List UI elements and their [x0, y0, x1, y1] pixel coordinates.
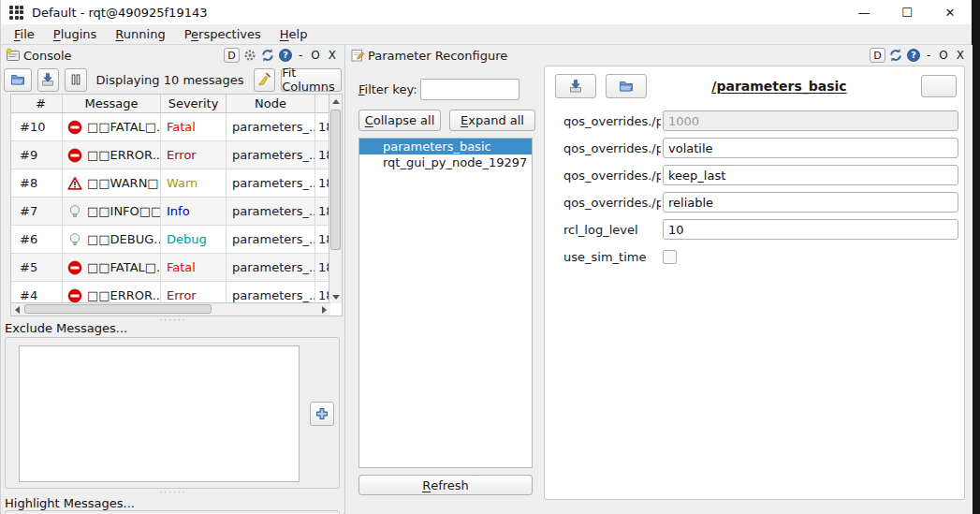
param-label: qos_overrides./pa	[563, 114, 661, 128]
scroll-down-arrow[interactable]	[329, 290, 342, 303]
cell-message: □□ERROR...	[63, 141, 161, 169]
console-icon	[6, 48, 21, 63]
node-tree: parameters_basic rqt_gui_py_node_19297	[358, 138, 533, 468]
menu-perspectives[interactable]: Perspectives	[175, 25, 271, 43]
menu-help[interactable]: Help	[271, 25, 317, 43]
table-row[interactable]: #4 □□ERROR... Error parameters_... 18	[11, 282, 330, 303]
save-icon	[40, 72, 55, 87]
dock-float-button[interactable]: O	[936, 49, 950, 62]
vertical-scrollbar[interactable]	[329, 95, 342, 303]
header-severity[interactable]: Severity	[161, 95, 227, 112]
scrollbar-thumb[interactable]	[330, 110, 341, 250]
message-count-status: Displaying 10 messages	[93, 73, 248, 87]
cell-num: #10	[11, 113, 63, 140]
broom-icon	[256, 72, 271, 87]
param-dock-title: Parameter Reconfigure	[368, 49, 507, 63]
use-sim-time-checkbox[interactable]	[663, 250, 677, 264]
filter-key-label: Filter key:	[358, 82, 420, 96]
header-num[interactable]: #	[11, 95, 63, 112]
param-value-input[interactable]	[663, 219, 958, 240]
help-icon[interactable]	[278, 48, 293, 63]
console-dock: Console D - O X Displaying 10 messages F…	[1, 45, 345, 514]
save-messages-button[interactable]	[37, 68, 60, 92]
close-node-panel-button[interactable]	[921, 75, 957, 97]
cell-node: parameters_...	[227, 113, 315, 140]
cell-message: □□FATAL□...	[63, 254, 161, 281]
expand-all-button[interactable]: Expand all	[449, 110, 535, 131]
maximize-button[interactable]: ☐	[885, 0, 929, 24]
load-params-button[interactable]	[606, 74, 647, 98]
param-row: use_sim_time	[563, 246, 964, 267]
header-message[interactable]: Message	[63, 95, 161, 112]
scrollbar-thumb[interactable]	[24, 304, 212, 314]
menu-file[interactable]: File	[5, 25, 44, 43]
dock-detach-button[interactable]: D	[224, 48, 240, 63]
exclude-messages-group	[5, 337, 340, 489]
cell-node: parameters_...	[227, 282, 315, 303]
scroll-left-arrow[interactable]	[15, 306, 20, 314]
parameter-reconfigure-dock: Parameter Reconfigure D - O X Filter key…	[345, 45, 973, 514]
settings-gear-icon[interactable]	[242, 48, 257, 63]
tree-item-rqt-gui-py-node[interactable]: rqt_gui_py_node_19297	[359, 154, 532, 170]
message-text: □□INFO□□...	[87, 204, 161, 218]
exclude-messages-label: Exclude Messages...	[1, 319, 344, 336]
folder-open-icon	[10, 72, 25, 87]
pause-icon	[68, 72, 83, 87]
param-value-input[interactable]	[663, 165, 958, 185]
horizontal-scrollbar[interactable]	[11, 302, 330, 316]
minimize-button[interactable]: —	[842, 0, 885, 24]
fit-columns-button[interactable]: Fit Columns	[281, 68, 342, 92]
message-text: □□WARN□...	[87, 176, 161, 190]
highlight-messages-group	[5, 510, 340, 514]
table-row[interactable]: #5 □□FATAL□... Fatal parameters_... 18	[11, 254, 330, 282]
add-filter-button[interactable]	[310, 402, 334, 426]
tree-item-parameters-basic[interactable]: parameters_basic	[359, 139, 532, 154]
table-row[interactable]: #7 □□INFO□□... Info parameters_... 18	[11, 198, 330, 226]
reload-icon[interactable]	[260, 48, 275, 63]
dock-float-button[interactable]: O	[308, 49, 322, 62]
param-value-input[interactable]	[663, 138, 958, 158]
scroll-up-arrow[interactable]	[329, 95, 342, 108]
save-params-button[interactable]	[555, 74, 596, 98]
param-label: qos_overrides./pa	[563, 141, 661, 155]
dock-minimize-button[interactable]: -	[296, 49, 305, 62]
pause-button[interactable]	[65, 68, 87, 92]
table-row[interactable]: #10 □□FATAL□... Fatal parameters_... 18	[11, 113, 330, 141]
dock-minimize-button[interactable]: -	[924, 49, 933, 62]
header-node[interactable]: Node	[227, 95, 315, 112]
param-value-input[interactable]	[663, 192, 958, 213]
cell-message: □□FATAL□...	[63, 113, 161, 140]
exclude-messages-list[interactable]	[19, 345, 300, 482]
table-row[interactable]: #8 □□WARN□... Warn parameters_... 18	[11, 169, 330, 198]
folder-open-icon	[619, 79, 634, 94]
param-label: rcl_log_level	[563, 223, 661, 237]
cell-message: □□INFO□□...	[63, 198, 161, 225]
table-row[interactable]: #6 □□DEBUG... Debug parameters_... 18	[11, 226, 330, 254]
param-label: use_sim_time	[563, 250, 661, 264]
refresh-button[interactable]: Refresh	[358, 475, 533, 495]
param-body: Filter key: Collapse all Expand all para…	[345, 66, 973, 514]
cell-severity: Error	[161, 141, 227, 169]
close-button[interactable]: ✕	[929, 0, 972, 24]
menu-running[interactable]: Running	[106, 25, 174, 43]
filter-key-input[interactable]	[420, 79, 519, 100]
menubar: File Plugins Running Perspectives Help	[1, 24, 972, 45]
message-text: □□FATAL□...	[87, 260, 161, 274]
table-row[interactable]: #9 □□ERROR... Error parameters_... 18	[11, 141, 330, 169]
cell-message: □□WARN□...	[63, 169, 161, 197]
cell-node: parameters_...	[227, 141, 315, 169]
node-selector-panel: Filter key: Collapse all Expand all para…	[357, 66, 536, 514]
dock-close-button[interactable]: X	[326, 49, 339, 62]
dock-close-button[interactable]: X	[954, 49, 967, 62]
cell-severity: Error	[161, 282, 227, 303]
scroll-right-arrow[interactable]	[322, 306, 327, 314]
clear-messages-button[interactable]	[254, 68, 276, 92]
param-dock-titlebar: Parameter Reconfigure D - O X	[345, 45, 973, 66]
reload-icon[interactable]	[888, 48, 903, 63]
menu-plugins[interactable]: Plugins	[44, 25, 107, 43]
collapse-all-button[interactable]: Collapse all	[358, 110, 441, 131]
load-messages-button[interactable]	[4, 68, 32, 92]
dock-detach-button[interactable]: D	[870, 48, 885, 63]
cell-node: parameters_...	[227, 198, 315, 225]
help-icon[interactable]	[906, 48, 921, 63]
